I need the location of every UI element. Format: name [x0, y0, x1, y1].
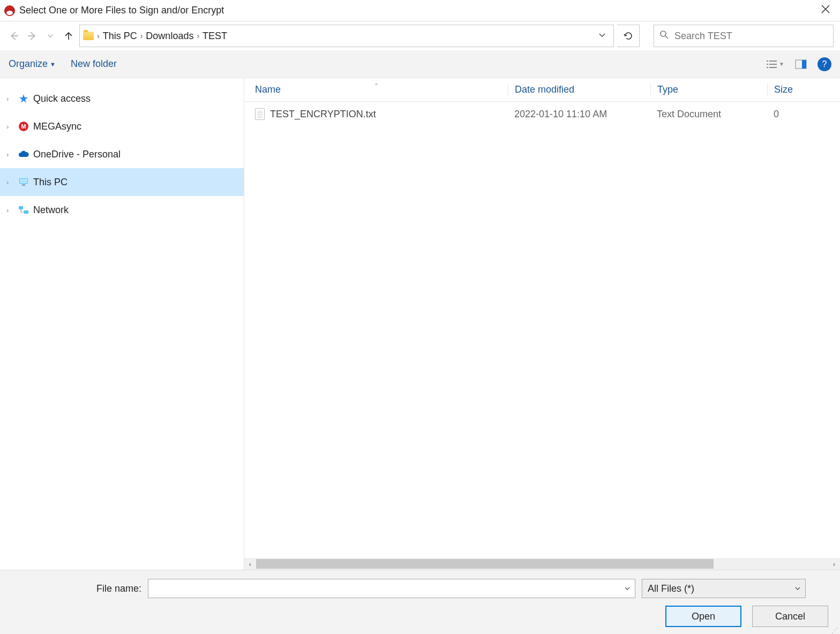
- svg-rect-6: [769, 67, 777, 68]
- navigation-sidebar: › Quick access › M MEGAsync › OneDrive -…: [0, 78, 244, 570]
- chevron-right-icon: ›: [96, 32, 101, 40]
- file-name: TEST_ENCRYPTION.txt: [270, 109, 376, 120]
- back-button[interactable]: [6, 28, 21, 43]
- chevron-down-icon: ▼: [50, 61, 56, 67]
- address-history-dropdown[interactable]: [594, 31, 610, 41]
- breadcrumb-thispc[interactable]: This PC: [101, 31, 139, 42]
- horizontal-scrollbar[interactable]: ‹ ›: [244, 558, 840, 570]
- svg-rect-11: [22, 184, 25, 186]
- sidebar-item-network[interactable]: › Network: [0, 196, 244, 224]
- filter-label: All Files (*): [648, 583, 694, 594]
- window-title: Select One or More Files to Sign and/or …: [19, 5, 224, 16]
- file-type: Text Document: [650, 109, 767, 120]
- column-type[interactable]: Type: [650, 84, 767, 95]
- svg-rect-10: [20, 179, 27, 183]
- expand-icon: ›: [6, 150, 14, 159]
- expand-icon: ›: [6, 123, 14, 131]
- app-icon: [4, 5, 15, 16]
- open-button[interactable]: Open: [665, 606, 741, 627]
- column-name[interactable]: ⌃ Name: [244, 84, 508, 95]
- filename-label: File name:: [96, 583, 141, 594]
- expand-icon: ›: [6, 95, 14, 103]
- forward-button[interactable]: [25, 28, 40, 43]
- text-file-icon: [255, 108, 265, 120]
- expand-icon: ›: [6, 206, 14, 214]
- address-bar[interactable]: › This PC › Downloads › TEST: [79, 25, 614, 47]
- sidebar-item-thispc[interactable]: › This PC: [0, 168, 244, 196]
- filename-input[interactable]: [148, 579, 635, 598]
- sidebar-item-onedrive[interactable]: › OneDrive - Personal: [0, 140, 244, 168]
- sidebar-item-label: MEGAsync: [33, 121, 81, 132]
- new-folder-label: New folder: [71, 58, 117, 70]
- folder-icon: [83, 32, 94, 40]
- scroll-right-icon[interactable]: ›: [828, 560, 840, 568]
- up-button[interactable]: [61, 28, 76, 43]
- chevron-right-icon: ›: [196, 32, 200, 40]
- sidebar-item-quickaccess[interactable]: › Quick access: [0, 85, 244, 112]
- svg-rect-8: [802, 60, 806, 69]
- pc-icon: [18, 177, 29, 187]
- sidebar-item-label: Quick access: [33, 93, 91, 104]
- search-box[interactable]: [654, 25, 834, 47]
- file-date: 2022-01-10 11:10 AM: [508, 109, 650, 120]
- recent-dropdown[interactable]: [43, 28, 58, 43]
- svg-rect-12: [19, 206, 23, 209]
- column-size[interactable]: Size: [767, 84, 840, 95]
- sidebar-item-megasync[interactable]: › M MEGAsync: [0, 112, 244, 140]
- svg-rect-13: [24, 210, 28, 214]
- sidebar-item-label: This PC: [33, 177, 68, 188]
- chevron-right-icon: ›: [139, 32, 144, 40]
- column-headers: ⌃ Name Date modified Type Size: [244, 78, 840, 102]
- chevron-down-icon: [794, 583, 801, 594]
- filename-history-dropdown[interactable]: [620, 579, 635, 598]
- network-icon: [18, 205, 29, 215]
- star-icon: [18, 94, 29, 103]
- cloud-icon: [18, 149, 29, 159]
- svg-rect-1: [767, 61, 768, 62]
- svg-rect-5: [767, 67, 768, 68]
- preview-pane-button[interactable]: [795, 59, 807, 69]
- cancel-button[interactable]: Cancel: [752, 606, 828, 627]
- organize-label: Organize: [9, 58, 48, 70]
- breadcrumb-test[interactable]: TEST: [200, 31, 229, 42]
- search-icon: [659, 30, 669, 42]
- breadcrumb-downloads[interactable]: Downloads: [144, 31, 196, 42]
- svg-rect-3: [767, 64, 768, 65]
- svg-rect-4: [769, 64, 777, 65]
- sidebar-item-label: Network: [33, 205, 69, 216]
- mega-icon: M: [18, 122, 29, 131]
- svg-point-0: [661, 31, 666, 36]
- file-size: 0: [767, 109, 840, 120]
- svg-rect-2: [769, 61, 777, 62]
- refresh-button[interactable]: [617, 25, 640, 47]
- chevron-down-icon: ▼: [779, 61, 784, 67]
- new-folder-button[interactable]: New folder: [71, 58, 117, 70]
- help-button[interactable]: ?: [818, 57, 831, 71]
- scrollbar-thumb[interactable]: [256, 559, 714, 569]
- sidebar-item-label: OneDrive - Personal: [33, 149, 121, 160]
- filetype-filter[interactable]: All Files (*): [642, 579, 806, 598]
- expand-icon: ›: [6, 178, 14, 186]
- view-mode-button[interactable]: ▼: [766, 59, 784, 69]
- scroll-left-icon[interactable]: ‹: [244, 560, 256, 568]
- organize-menu[interactable]: Organize ▼: [9, 58, 56, 70]
- sort-asc-icon: ⌃: [374, 82, 379, 89]
- search-input[interactable]: [674, 31, 828, 42]
- resize-grip-icon[interactable]: ⋰: [831, 629, 838, 632]
- close-button[interactable]: [815, 2, 836, 19]
- file-row[interactable]: TEST_ENCRYPTION.txt 2022-01-10 11:10 AM …: [244, 102, 840, 126]
- column-date[interactable]: Date modified: [508, 84, 650, 95]
